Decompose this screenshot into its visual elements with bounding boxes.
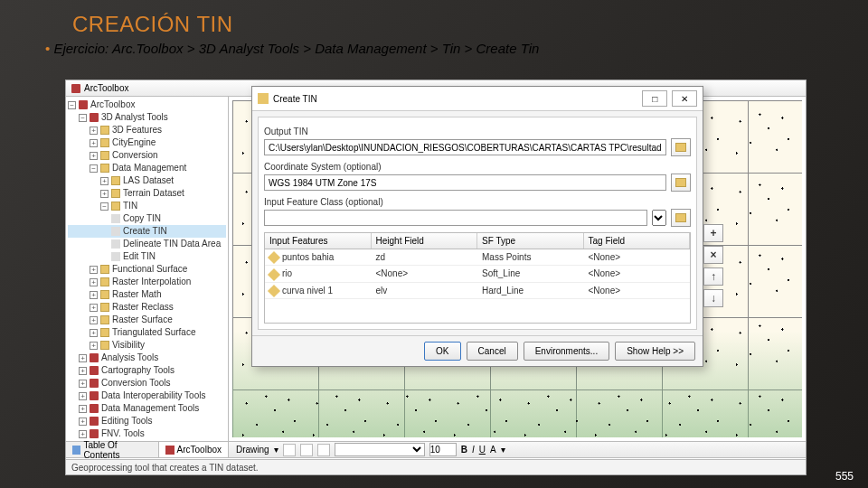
toolset-icon [100,277,109,286]
tree-item[interactable]: Triangulated Surface [112,326,195,339]
toolbox-icon [90,417,99,426]
close-button[interactable]: ✕ [672,90,697,107]
ok-button[interactable]: OK [424,342,460,361]
browse-button[interactable] [671,174,691,192]
toolbox-icon [90,379,99,388]
tree-item[interactable]: Raster Interpolation [112,276,191,288]
drawing-toolbar: Drawing▾ B I U A▾ [229,441,806,458]
toolset-icon [100,315,109,324]
tree-root[interactable]: ArcToolbox [90,99,135,111]
tree-item[interactable]: Analysis Tools [101,352,158,364]
tree-item[interactable]: Raster Math [112,288,161,301]
toolbox-icon [90,391,99,400]
toolbar-icon[interactable] [300,444,313,456]
tree-tool[interactable]: Edit TIN [123,250,156,263]
slide-bullet: Ejercicio: Arc.Toolbox > 3D Analyst Tool… [45,41,859,56]
input-fc-dropdown[interactable] [652,210,666,226]
input-output-tin[interactable] [264,139,666,155]
folder-icon [675,213,686,222]
tree-item[interactable]: FNV. Tools [101,427,145,440]
move-down-button[interactable]: ↓ [703,289,723,307]
layer-icon [268,251,280,264]
tree-item[interactable]: Data Management Tools [101,402,199,415]
toolset-icon [100,303,109,312]
tree-item[interactable]: Data Management [112,162,186,174]
label-input-fc: Input Feature Class (optional) [264,197,691,207]
tree-item[interactable]: LAS Dataset [123,174,174,187]
panel-title-text: ArcToolbox [84,83,128,93]
italic-button[interactable]: I [472,445,475,455]
toolbox-icon [90,353,99,362]
col-sf-type: SF Type [477,233,584,249]
toolbar-icon[interactable] [317,444,330,456]
tree-item[interactable]: Terrain Dataset [123,187,184,200]
tree-item[interactable]: Visibility [112,339,145,352]
tree-item[interactable]: CityEngine [112,136,156,149]
toolset-icon [100,328,109,337]
label-output-tin: Output TIN [264,127,691,136]
toolset-icon [100,151,109,160]
tree-item[interactable]: Raster Surface [112,314,173,326]
environments-button[interactable]: Environments... [524,342,609,361]
toolbox-icon [90,429,99,438]
dialog-title: Create TIN [273,94,317,104]
tree-item[interactable]: Editing Tools [101,415,153,427]
toolset-icon [100,138,109,147]
arcgis-window: ArcToolbox −ArcToolbox −3D Analyst Tools… [65,80,807,475]
table-row[interactable]: rio <None>Soft_Line<None> [265,266,690,282]
toolbar-label: Drawing [236,445,269,455]
toolbox-icon [90,404,99,413]
font-select[interactable] [335,443,425,456]
tree-item[interactable]: Data Interoperability Tools [101,389,205,402]
tree-tool-create-tin[interactable]: Create TIN [123,225,167,238]
layer-icon [268,268,280,281]
browse-button[interactable] [671,138,691,156]
tree-item[interactable]: Cartography Tools [101,364,175,377]
toolset-icon [100,265,109,274]
tree-item[interactable]: Conversion [112,149,158,162]
font-color-button[interactable]: A [490,445,496,455]
bottom-tabs: Table Of Contents ArcToolbox [66,441,229,458]
toolbar-icon[interactable] [283,444,296,456]
tree-item[interactable]: Functional Surface [112,263,187,276]
remove-row-button[interactable]: × [703,246,723,264]
show-help-button[interactable]: Show Help >> [615,342,695,361]
slide-title: CREACIÓN TIN [72,12,859,37]
move-up-button[interactable]: ↑ [703,267,723,286]
cancel-button[interactable]: Cancel [467,342,518,361]
col-input-features: Input Features [265,233,372,249]
layer-icon [268,285,280,297]
folder-icon [675,178,686,187]
tool-icon [111,227,120,236]
input-feature-class[interactable] [264,210,647,226]
toolbox-icon [165,446,175,455]
toolset-icon [100,290,109,299]
create-tin-dialog: Create TIN □ ✕ Output TIN Coordinate Sys… [251,86,703,367]
toolset-icon [111,176,120,185]
toolbox-icon [90,113,99,122]
underline-button[interactable]: U [479,445,486,455]
toolbox-icon [90,366,99,375]
bold-button[interactable]: B [461,445,467,455]
tree-item[interactable]: Raster Reclass [112,301,174,314]
table-row[interactable]: curva nivel 1 elvHard_Line<None> [265,283,690,299]
feature-table[interactable]: Input Features Height Field SF Type Tag … [264,232,691,324]
toolbox-tree[interactable]: −ArcToolbox −3D Analyst Tools +3D Featur… [66,97,229,441]
tree-item[interactable]: TIN [123,200,137,212]
tree-tool[interactable]: Copy TIN [123,212,161,225]
toolbox-icon [71,84,80,93]
browse-button[interactable] [671,209,691,227]
add-row-button[interactable]: + [703,224,723,242]
tab-toc[interactable]: Table Of Contents [66,442,159,457]
font-size[interactable] [429,443,457,456]
tab-arctoolbox[interactable]: ArcToolbox [159,442,229,457]
table-row[interactable]: puntos bahia zdMass Points<None> [265,249,690,266]
maximize-button[interactable]: □ [642,90,667,107]
tree-tool[interactable]: Delineate TIN Data Area [123,238,221,250]
tree-item[interactable]: Conversion Tools [101,377,171,389]
tree-item[interactable]: 3D Features [112,124,162,136]
col-tag-field: Tag Field [584,233,691,249]
input-coord-system[interactable] [264,174,666,191]
tree-item[interactable]: 3D Analyst Tools [101,111,168,124]
toolbox-icon [79,100,88,109]
